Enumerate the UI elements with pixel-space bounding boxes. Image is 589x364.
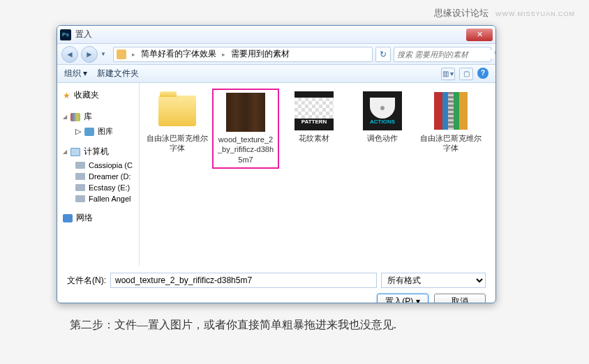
- sidebar-label: 收藏夹: [74, 89, 99, 101]
- place-dialog: Ps 置入 ✕ ◄ ► ▼ ▸ 简单好看的字体效果 ▸ 需要用到的素材 ↻ 🔍 …: [57, 25, 496, 303]
- history-dropdown[interactable]: ▼: [100, 51, 110, 57]
- sidebar-item-drive[interactable]: Dreamer (D:: [57, 171, 139, 182]
- actions-thumbnail: ACTIONS: [363, 91, 402, 130]
- sidebar: ★ 收藏夹 ◢ 库 ▷ 图库 ◢: [57, 83, 140, 266]
- pattern-thumbnail: PATTERN: [294, 91, 334, 130]
- file-label: wood_texture_2_by_rifificz-d38h5m7: [216, 135, 275, 165]
- filetype-select[interactable]: 所有格式: [381, 273, 486, 288]
- sidebar-label: 计算机: [84, 146, 109, 158]
- back-button[interactable]: ◄: [61, 46, 78, 63]
- forward-button[interactable]: ►: [81, 46, 98, 63]
- breadcrumb-item[interactable]: 需要用到的素材: [228, 48, 292, 60]
- watermark-main: 思缘设计论坛: [434, 8, 489, 18]
- file-item-archive[interactable]: 自由泳巴斯克维尔字体: [417, 89, 484, 156]
- sidebar-label: 库: [84, 111, 92, 123]
- sidebar-item-drive[interactable]: Ecstasy (E:): [57, 182, 139, 193]
- images-icon: [84, 128, 94, 136]
- folder-icon: [158, 96, 196, 126]
- place-button[interactable]: 置入(P) ▾: [377, 294, 428, 303]
- breadcrumb[interactable]: ▸ 简单好看的字体效果 ▸ 需要用到的素材: [113, 47, 373, 62]
- collapse-icon: ◢: [63, 149, 67, 155]
- drive-label: Dreamer (D:: [89, 172, 131, 181]
- actions-text: ACTIONS: [370, 119, 395, 125]
- tutorial-caption: 第二步：文件—置入图片，或者你直接简单粗暴拖进来我也没意见.: [70, 318, 396, 333]
- preview-toggle[interactable]: ▢: [459, 68, 473, 80]
- breadcrumb-sep: ▸: [129, 51, 138, 58]
- sidebar-network[interactable]: 网络: [57, 210, 139, 226]
- filename-row: 文件名(N): 所有格式: [67, 273, 486, 288]
- file-list: 自由泳巴斯克维尔字体 wood_texture_2_by_rifificz-d3…: [140, 83, 495, 266]
- sidebar-item-drive[interactable]: Fallen Angel: [57, 193, 139, 204]
- file-label: 自由泳巴斯克维尔字体: [420, 133, 482, 153]
- organize-menu[interactable]: 组织 ▾: [64, 68, 87, 79]
- drive-icon: [75, 173, 85, 180]
- folder-icon: [117, 50, 126, 59]
- dialog-title: 置入: [75, 29, 466, 40]
- filename-input[interactable]: [110, 273, 377, 288]
- file-label: 自由泳巴斯克维尔字体: [147, 133, 208, 153]
- filename-label: 文件名(N):: [67, 275, 106, 287]
- computer-icon: [70, 148, 80, 156]
- sidebar-label: 图库: [98, 126, 113, 137]
- file-label: 调色动作: [367, 133, 398, 143]
- file-item-actions[interactable]: ACTIONS 调色动作: [349, 89, 416, 146]
- drive-icon: [75, 184, 85, 191]
- navbar: ◄ ► ▼ ▸ 简单好看的字体效果 ▸ 需要用到的素材 ↻ 🔍: [57, 44, 495, 65]
- library-icon: [70, 113, 80, 121]
- watermark: 思缘设计论坛 WWW.MISSYUAN.COM: [434, 7, 575, 20]
- breadcrumb-item[interactable]: 简单好看的字体效果: [138, 48, 219, 60]
- network-icon: [63, 214, 73, 222]
- bottom-panel: 文件名(N): 所有格式 置入(P) ▾ 取消: [57, 266, 495, 303]
- drive-label: Fallen Angel: [89, 195, 131, 203]
- close-button[interactable]: ✕: [466, 29, 493, 41]
- view-menu[interactable]: ▥ ▾: [441, 68, 455, 80]
- sidebar-favorites[interactable]: ★ 收藏夹: [57, 87, 139, 103]
- collapse-icon: ◢: [63, 114, 67, 120]
- sidebar-item-drive[interactable]: Cassiopia (C: [57, 160, 139, 171]
- toolbar-right: ▥ ▾ ▢ ?: [441, 68, 489, 80]
- app-icon: Ps: [60, 29, 71, 40]
- new-folder-button[interactable]: 新建文件夹: [97, 68, 139, 79]
- pattern-text: PATTERN: [301, 119, 327, 125]
- search-icon: 🔍: [494, 50, 496, 59]
- sidebar-computer[interactable]: ◢ 计算机: [57, 144, 139, 160]
- search-box[interactable]: 🔍: [394, 47, 491, 62]
- star-icon: ★: [63, 91, 70, 100]
- image-thumbnail: [226, 93, 265, 132]
- drive-label: Ecstasy (E:): [89, 183, 130, 192]
- sidebar-library[interactable]: ◢ 库: [57, 109, 139, 125]
- drive-icon: [75, 162, 85, 169]
- search-input[interactable]: [397, 50, 494, 59]
- file-item-folder[interactable]: 自由泳巴斯克维尔字体: [144, 89, 211, 156]
- expand-icon: ▷: [75, 127, 81, 136]
- watermark-sub: WWW.MISSYUAN.COM: [495, 10, 575, 17]
- cancel-button[interactable]: 取消: [434, 294, 486, 303]
- buttons-row: 置入(P) ▾ 取消: [67, 294, 486, 303]
- file-label: 花纹素材: [299, 133, 329, 143]
- toolbar: 组织 ▾ 新建文件夹 ▥ ▾ ▢ ?: [57, 65, 495, 83]
- file-item-wood-texture[interactable]: wood_texture_2_by_rifificz-d38h5m7: [212, 89, 279, 169]
- file-item-pattern[interactable]: PATTERN 花纹素材: [281, 89, 348, 146]
- drive-label: Cassiopia (C: [89, 161, 133, 169]
- refresh-button[interactable]: ↻: [375, 47, 391, 62]
- help-button[interactable]: ?: [477, 68, 489, 79]
- sidebar-item-library-images[interactable]: ▷ 图库: [57, 125, 139, 138]
- content-area: ★ 收藏夹 ◢ 库 ▷ 图库 ◢: [57, 83, 495, 266]
- breadcrumb-sep: ▸: [219, 51, 228, 58]
- archive-icon: [434, 92, 468, 130]
- titlebar: Ps 置入 ✕: [57, 26, 495, 44]
- sidebar-label: 网络: [76, 212, 93, 224]
- drive-icon: [75, 195, 85, 202]
